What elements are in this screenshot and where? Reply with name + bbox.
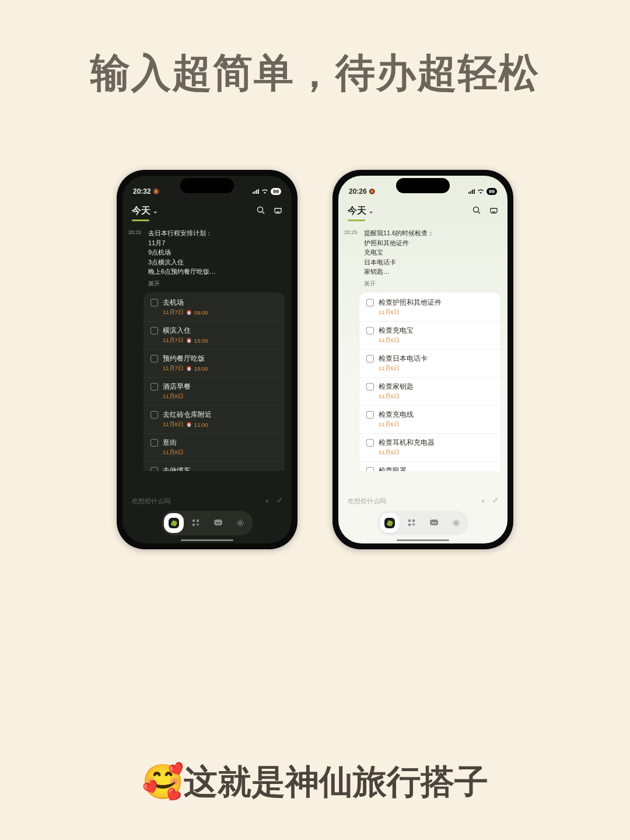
bottom-nav [162, 511, 253, 535]
todo-date: 11月6日 [379, 421, 400, 428]
search-icon[interactable] [257, 206, 265, 217]
todo-item[interactable]: 检查充电宝 11月6日 [359, 322, 501, 350]
header-title[interactable]: 今天 ⌄ [132, 205, 158, 217]
todo-title: 检查充电线 [379, 410, 414, 419]
input-bar[interactable]: 在想些什么吗 ＋ ⤢ [338, 492, 508, 511]
input-placeholder: 在想些什么吗 [348, 497, 386, 506]
home-indicator [181, 539, 233, 541]
todo-item[interactable]: 检查家钥匙 11月6日 [359, 378, 501, 406]
todo-date: 11月7日 [163, 337, 184, 344]
header-title[interactable]: 今天 ⌄ [348, 205, 373, 217]
todo-time: 11:00 [194, 421, 208, 428]
inbox-icon[interactable] [274, 206, 282, 217]
signal-icon [253, 189, 259, 194]
todo-title: 横滨入住 [163, 326, 191, 335]
todo-item[interactable]: 去做缆车 11月8日 ⏰19:00 [144, 462, 285, 472]
phone-light: 20:26 🔕 99 今天 ⌄ [332, 170, 513, 549]
todo-item[interactable]: 检查护照和其他证件 11月6日 [359, 294, 501, 322]
battery-icon: 99 [487, 188, 497, 195]
todo-title: 去红砖仓库附近 [163, 410, 212, 419]
phone-dark: 20:32 🔕 99 今天 ⌄ [117, 170, 298, 549]
chevron-down-icon: ⌄ [153, 208, 158, 214]
todo-item[interactable]: 预约餐厅吃饭 11月7日 ⏰18:00 [144, 350, 285, 378]
svg-rect-12 [430, 520, 438, 525]
clock-icon: ⏰ [186, 422, 192, 427]
todo-item[interactable]: 检查耳机和充电器 11月6日 [359, 434, 501, 462]
todo-title: 检查日本电话卡 [379, 354, 428, 363]
todo-date: 11月6日 [379, 393, 400, 400]
todo-date: 11月8日 [163, 421, 184, 428]
expand-icon[interactable]: ⤢ [276, 496, 282, 506]
todo-item[interactable]: 检查眼罩 11月6日 [359, 462, 501, 472]
todo-item[interactable]: 逛街 11月8日 [144, 434, 285, 462]
nav-home[interactable] [380, 513, 400, 533]
checkbox[interactable] [366, 467, 374, 472]
checkbox[interactable] [150, 439, 158, 447]
nav-home[interactable] [164, 513, 184, 533]
input-bar[interactable]: 在想些什么吗 ＋ ⤢ [123, 492, 292, 511]
svg-point-7 [474, 207, 479, 212]
todo-item[interactable]: 横滨入住 11月7日 ⏰15:00 [144, 322, 285, 350]
inbox-icon[interactable] [489, 206, 498, 217]
plus-icon[interactable]: ＋ [264, 496, 271, 506]
checkbox[interactable] [150, 327, 158, 334]
checkbox[interactable] [366, 355, 374, 363]
checkbox[interactable] [366, 383, 374, 391]
todo-title: 检查护照和其他证件 [379, 298, 442, 307]
checkbox[interactable] [150, 299, 158, 306]
headline: 输入超简单，待办超轻松 [0, 47, 630, 100]
svg-point-13 [455, 522, 457, 524]
todo-item[interactable]: 检查充电线 11月6日 [359, 406, 501, 434]
note-block[interactable]: 20:31 去日本行程安排计划： 11月7 9点机场 3点横滨入住 晚上6点预约… [123, 226, 292, 288]
todo-title: 去做缆车 [163, 466, 191, 472]
svg-rect-10 [412, 520, 415, 522]
footer-line: 🥰这就是神仙旅行搭子 [0, 759, 630, 805]
checkbox[interactable] [150, 411, 158, 419]
nav-chat[interactable] [424, 513, 444, 533]
expand-icon[interactable]: ⤢ [492, 496, 498, 506]
checkbox[interactable] [150, 383, 158, 391]
nav-chat[interactable] [208, 513, 228, 533]
header: 今天 ⌄ [338, 199, 508, 219]
screen-dark: 20:32 🔕 99 今天 ⌄ [123, 176, 292, 543]
todo-item[interactable]: 去机场 11月7日 ⏰09:00 [144, 294, 285, 322]
checkbox[interactable] [150, 355, 158, 363]
nav-grid[interactable] [402, 513, 422, 533]
note-block[interactable]: 20:25 提醒我11.6的时候检查： 护照和其他证件 充电宝 日本电话卡 家钥… [338, 226, 508, 288]
input-placeholder: 在想些什么吗 [132, 497, 170, 506]
todo-time: 18:00 [194, 365, 208, 372]
todo-item[interactable]: 去红砖仓库附近 11月8日 ⏰11:00 [144, 406, 285, 434]
todo-date: 11月7日 [163, 309, 184, 316]
todo-title: 检查家钥匙 [379, 382, 414, 391]
todo-date: 11月6日 [379, 337, 400, 344]
expand-button[interactable]: 展开 [364, 279, 501, 288]
wifi-icon [477, 189, 484, 195]
checkbox[interactable] [366, 439, 374, 447]
checkbox[interactable] [366, 299, 374, 306]
todo-item[interactable]: 酒店早餐 11月8日 [144, 378, 285, 406]
svg-rect-11 [408, 524, 411, 526]
plus-icon[interactable]: ＋ [480, 496, 487, 506]
checkbox[interactable] [150, 467, 158, 472]
expand-button[interactable]: 展开 [148, 279, 285, 288]
todo-title: 预约餐厅吃饭 [163, 354, 205, 363]
dynamic-island [396, 178, 450, 193]
clock-icon: ⏰ [186, 338, 192, 343]
battery-icon: 99 [271, 188, 281, 195]
todo-date: 11月6日 [379, 449, 400, 456]
svg-rect-4 [192, 524, 195, 526]
dnd-icon: 🔕 [369, 189, 375, 194]
checkbox[interactable] [366, 411, 374, 419]
nav-settings[interactable] [230, 513, 250, 533]
signal-icon [468, 189, 475, 194]
checkbox[interactable] [366, 327, 374, 334]
todo-date: 11月7日 [163, 365, 184, 372]
nav-grid[interactable] [186, 513, 206, 533]
note-timestamp: 20:25 [344, 228, 359, 288]
svg-rect-5 [214, 520, 222, 525]
search-icon[interactable] [473, 206, 481, 217]
svg-rect-3 [197, 520, 199, 522]
nav-settings[interactable] [446, 513, 466, 533]
svg-rect-2 [192, 520, 195, 522]
todo-item[interactable]: 检查日本电话卡 11月6日 [359, 350, 501, 378]
